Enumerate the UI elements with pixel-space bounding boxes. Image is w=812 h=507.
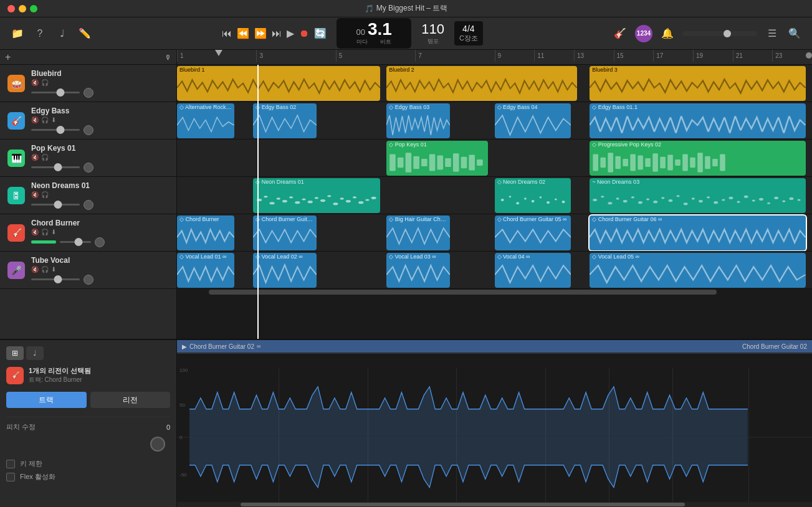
smart-controls-icon[interactable]: 🎙	[165, 54, 171, 61]
clip-chord-burner-main[interactable]: ◇ Chord Burner	[177, 216, 234, 250]
pencil-icon[interactable]: ✏️	[77, 26, 92, 41]
clip-edgy-bass-03[interactable]: ◇ Edgy Bass 03	[386, 103, 450, 138]
headphones-icon-bluebird[interactable]: 🎧	[41, 79, 49, 86]
rewind-button[interactable]: ⏮	[222, 28, 232, 39]
mute-icon-neon[interactable]: 🔇	[31, 191, 39, 198]
alert-icon[interactable]: 🔔	[660, 26, 675, 41]
clip-neon-dreams-01[interactable]: ◇ Neon Dreams 01	[253, 178, 380, 213]
clip-alt-rock-bass[interactable]: ◇ Alternative Rock Bass 01	[177, 103, 234, 138]
clip-pop-keys-01[interactable]: ◇ Pop Keys 01	[386, 141, 488, 176]
vol-knob-neon[interactable]	[84, 200, 93, 210]
key-exclude-checkbox[interactable]	[6, 460, 15, 468]
svg-rect-21	[661, 157, 666, 168]
track-icon-area-vocal: 🎤	[5, 262, 27, 279]
mute-icon-chord[interactable]: 🔇	[31, 229, 39, 235]
list-icon[interactable]: ☰	[765, 26, 780, 41]
clip-vocal-lead-05[interactable]: ◇ Vocal Lead 05 ∞	[590, 253, 805, 288]
download-icon-edgy[interactable]: ⬇	[51, 116, 56, 123]
headphones-icon-neon[interactable]: 🎧	[41, 191, 49, 198]
project-icon[interactable]: 📁	[10, 26, 25, 41]
track-name-pop-keys: Pop Keys 01	[31, 144, 171, 153]
minimize-button[interactable]	[19, 5, 26, 12]
play-button[interactable]: ▶	[287, 27, 294, 39]
download-icon-chord[interactable]: ⬇	[51, 229, 56, 235]
metronome-icon[interactable]: ♩	[55, 26, 70, 41]
search-icon[interactable]: 🔍	[787, 26, 802, 41]
close-button[interactable]	[7, 5, 15, 12]
clip-waveform-alt-rock	[177, 112, 234, 138]
fader-knob-vocal	[54, 275, 62, 283]
lower-scrollbar[interactable]	[177, 502, 812, 507]
vol-knob-chord[interactable]	[95, 237, 105, 247]
vol-knob-pop-keys[interactable]	[84, 163, 93, 173]
track-icon-vocal[interactable]: 🎤	[7, 262, 25, 279]
clip-vocal-04[interactable]: ◇ Vocal 04 ∞	[495, 253, 571, 288]
clip-neon-dreams-03[interactable]: ~ Neon Dreams 03	[590, 178, 805, 213]
track-icon-pop-keys[interactable]: 🎹	[7, 149, 25, 167]
timeline-scrollbar[interactable]	[177, 290, 812, 296]
tab-track-button[interactable]: 트랙	[6, 392, 87, 408]
track-icon-edgy[interactable]: 🎸	[7, 112, 25, 130]
clip-edgy-bass-011[interactable]: ◇ Edgy Bass 01.1	[590, 103, 805, 138]
tab-region-button[interactable]: 리전	[90, 392, 171, 408]
forward-button[interactable]: ⏩	[254, 27, 267, 39]
help-icon[interactable]: ?	[32, 26, 47, 41]
mute-icon-edgy[interactable]: 🔇	[31, 116, 39, 123]
clip-chord-burner-guitar-06[interactable]: ◇ Chord Burner Guitar 06 ∞	[590, 216, 805, 250]
time-signature[interactable]: 4/4 C장조	[454, 21, 483, 45]
master-fader[interactable]	[682, 31, 757, 36]
clip-progressive-pop-keys[interactable]: ◇ Progressive Pop Keys 02	[590, 141, 805, 176]
pitch-knob[interactable]	[150, 437, 165, 452]
fader-track-pop-keys[interactable]	[31, 166, 80, 168]
clip-label-vocal-04: ◇ Vocal 04 ∞	[495, 253, 571, 260]
headphones-icon-edgy[interactable]: 🎧	[41, 116, 49, 123]
user-badge[interactable]: 1234	[635, 25, 652, 42]
pitch-param-row: 피치 수정 0	[6, 422, 170, 432]
tuner-icon[interactable]: 🎸	[613, 26, 628, 41]
headphones-icon-pop-keys[interactable]: 🎧	[41, 154, 49, 161]
record-button[interactable]: ⏺	[299, 28, 309, 39]
fader-track-vocal[interactable]	[31, 278, 80, 280]
cycle-button[interactable]: 🔄	[314, 27, 327, 39]
fader-track-chord[interactable]	[60, 241, 91, 243]
vol-knob-bluebird[interactable]	[84, 88, 93, 98]
mute-icon-vocal[interactable]: 🔇	[31, 266, 39, 273]
svg-point-74	[714, 201, 719, 204]
mute-icon-pop-keys[interactable]: 🔇	[31, 154, 39, 161]
headphones-icon-vocal[interactable]: 🎧	[41, 266, 49, 273]
clip-vocal-lead-01[interactable]: ◇ Vocal Lead 01 ∞	[177, 253, 234, 288]
track-name-vocal: Tube Vocal	[31, 256, 171, 265]
clip-neon-dreams-02[interactable]: ◇ Neon Dreams 02	[495, 178, 571, 213]
maximize-button[interactable]	[30, 5, 37, 12]
clip-bluebird-3[interactable]: Bluebird 3	[590, 66, 805, 101]
go-to-start-button[interactable]: ⏭	[272, 28, 282, 39]
fader-track-bluebird[interactable]	[31, 92, 80, 93]
lower-tab-smart[interactable]: ⊞	[6, 346, 24, 360]
download-icon-vocal[interactable]: ⬇	[51, 266, 56, 273]
track-icon-neon[interactable]: 🎛	[7, 187, 25, 204]
fader-track-edgy[interactable]	[31, 129, 80, 131]
fader-track-neon[interactable]	[31, 204, 80, 206]
flex-checkbox[interactable]	[6, 473, 15, 481]
clip-chord-burner-guitar-03[interactable]: ◇ Chord Burner Guitar 03 ∞	[253, 216, 317, 250]
vol-knob-vocal[interactable]	[84, 275, 93, 285]
fader-knob-edgy	[56, 126, 64, 134]
clip-label-neon-01: ◇ Neon Dreams 01	[253, 178, 380, 186]
lower-tab-midi[interactable]: ♩	[26, 346, 44, 360]
add-track-button[interactable]: +	[5, 52, 11, 63]
clip-big-hair-guitar[interactable]: ◇ Big Hair Guitar Chunk 04 ∞	[386, 216, 450, 250]
clip-vocal-lead-03[interactable]: ◇ Vocal Lead 03 ∞	[386, 253, 450, 288]
clip-chord-burner-guitar-05[interactable]: ◇ Chord Burner Guitar 05 ∞	[495, 216, 571, 250]
back-button[interactable]: ⏪	[237, 27, 249, 39]
clip-bluebird-2[interactable]: Bluebird 2	[386, 66, 577, 101]
clip-waveform-bluebird-2	[386, 75, 577, 101]
track-icon-bluebird[interactable]: 🥁	[7, 75, 25, 92]
clip-edgy-bass-04[interactable]: ◇ Edgy Bass 04	[495, 103, 571, 138]
vol-knob-edgy[interactable]	[84, 125, 93, 135]
clip-edgy-bass-02[interactable]: ◇ Edgy Bass 02	[253, 103, 317, 138]
clip-vocal-lead-02[interactable]: ◇ Vocal Lead 02 ∞	[253, 253, 317, 288]
headphones-icon-chord[interactable]: 🎧	[41, 229, 49, 235]
track-icon-chord[interactable]: 🎸	[7, 224, 25, 242]
clip-bluebird-1[interactable]: Bluebird 1	[177, 66, 380, 101]
mute-icon-bluebird[interactable]: 🔇	[31, 79, 39, 86]
